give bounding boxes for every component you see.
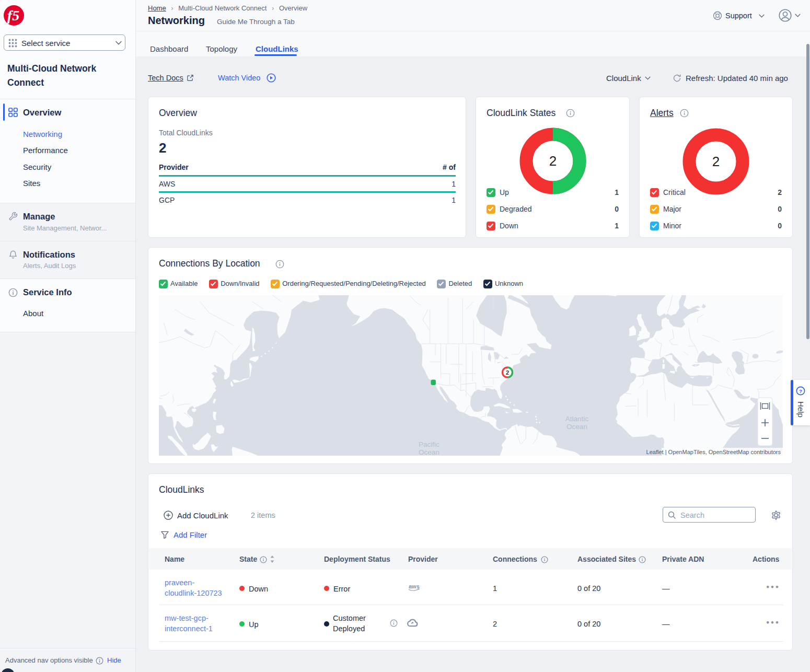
svg-text:2: 2 — [549, 153, 557, 169]
svg-text:Atlantic: Atlantic — [565, 415, 589, 423]
svg-text:Leaflet | OpenMapTiles, OpenSt: Leaflet | OpenMapTiles, OpenStreetMap co… — [646, 449, 781, 455]
svg-text:Ocean: Ocean — [566, 423, 587, 431]
svg-text:2: 2 — [506, 369, 509, 376]
svg-text:?: ? — [799, 388, 802, 394]
svg-text:Ocean: Ocean — [419, 448, 439, 456]
svg-text:aws: aws — [409, 583, 420, 589]
svg-text:Pacific: Pacific — [419, 441, 439, 448]
svg-text:2: 2 — [712, 154, 720, 169]
svg-text:f5: f5 — [7, 7, 19, 24]
